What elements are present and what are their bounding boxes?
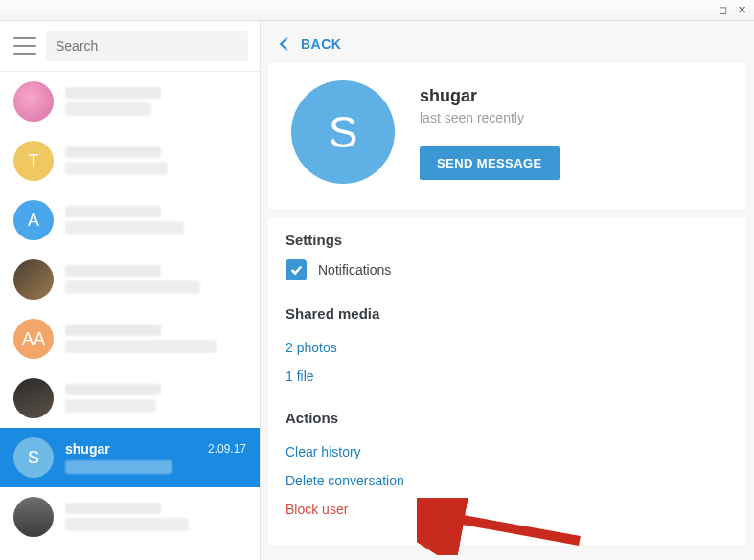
notifications-label: Notifications — [318, 262, 391, 278]
chat-avatar: S — [13, 437, 54, 478]
blurred-name — [65, 325, 161, 336]
chat-avatar: AA — [13, 319, 54, 359]
chat-body — [65, 265, 246, 294]
chat-body: shugar2.09.17 — [65, 441, 246, 474]
chat-avatar — [13, 378, 54, 418]
shared-media-card: Shared media 2 photos 1 file — [268, 298, 746, 402]
chat-item[interactable] — [0, 72, 260, 131]
blurred-name — [65, 265, 161, 277]
chat-name: shugar — [65, 441, 110, 457]
blurred-name — [65, 87, 161, 99]
chat-avatar — [13, 259, 54, 300]
blurred-snippet — [65, 162, 168, 175]
chat-body — [65, 503, 246, 531]
chat-body — [65, 206, 246, 235]
blurred-snippet — [65, 399, 156, 413]
chat-item[interactable]: A — [0, 190, 260, 250]
blurred-snippet — [65, 221, 184, 235]
chat-avatar — [13, 497, 54, 537]
search-input[interactable] — [46, 31, 248, 61]
menu-icon[interactable] — [13, 37, 36, 55]
chat-item[interactable]: AA — [0, 309, 260, 369]
blurred-snippet — [65, 340, 217, 353]
shared-photos-link[interactable]: 2 photos — [286, 333, 729, 362]
blurred-name — [65, 206, 161, 217]
blurred-name — [65, 384, 161, 395]
actions-card: Actions Clear history Delete conversatio… — [268, 402, 746, 545]
chat-body — [65, 325, 246, 353]
chat-item-selected[interactable]: Sshugar2.09.17 — [0, 428, 260, 487]
notifications-checkbox[interactable] — [286, 259, 307, 280]
chat-avatar — [13, 81, 54, 122]
send-message-button[interactable]: SEND MESSAGE — [420, 146, 560, 180]
chat-item[interactable] — [0, 487, 260, 547]
minimize-button[interactable]: — — [698, 6, 708, 15]
check-icon — [289, 263, 303, 277]
chat-item[interactable] — [0, 369, 260, 428]
close-button[interactable]: ✕ — [737, 6, 746, 15]
blurred-name — [65, 503, 161, 514]
back-button[interactable]: BACK — [261, 21, 754, 63]
chat-item[interactable] — [0, 250, 260, 309]
chat-item[interactable]: T — [0, 131, 260, 190]
shared-media-title: Shared media — [286, 305, 729, 322]
settings-title: Settings — [286, 232, 729, 248]
clear-history-link[interactable]: Clear history — [286, 437, 729, 466]
blurred-snippet — [65, 460, 172, 474]
back-arrow-icon — [280, 37, 293, 51]
blurred-name — [65, 146, 161, 158]
shared-files-link[interactable]: 1 file — [286, 362, 729, 391]
delete-conversation-link[interactable]: Delete conversation — [286, 466, 729, 495]
maximize-button[interactable]: ◻ — [718, 6, 727, 15]
chat-date: 2.09.17 — [208, 442, 246, 456]
chat-body — [65, 384, 246, 413]
profile-avatar: S — [291, 80, 395, 184]
window-titlebar: — ◻ ✕ — [0, 0, 754, 21]
blurred-snippet — [65, 102, 151, 116]
chat-list: TAAASshugar2.09.17 — [0, 72, 260, 560]
blurred-snippet — [65, 280, 200, 294]
blurred-snippet — [65, 518, 189, 531]
profile-name: shugar — [420, 86, 560, 106]
chat-avatar: A — [13, 200, 54, 240]
profile-status: last seen recently — [420, 110, 560, 125]
sidebar: TAAASshugar2.09.17 — [0, 21, 261, 560]
profile-card: S shugar last seen recently SEND MESSAGE — [268, 63, 746, 209]
profile-pane: BACK S shugar last seen recently SEND ME… — [261, 21, 754, 560]
chat-avatar: T — [13, 141, 54, 181]
settings-card: Settings Notifications — [268, 218, 746, 298]
actions-title: Actions — [286, 410, 729, 426]
block-user-link[interactable]: Block user — [286, 495, 729, 524]
chat-body — [65, 87, 246, 116]
chat-body — [65, 146, 246, 175]
back-label: BACK — [301, 36, 341, 52]
